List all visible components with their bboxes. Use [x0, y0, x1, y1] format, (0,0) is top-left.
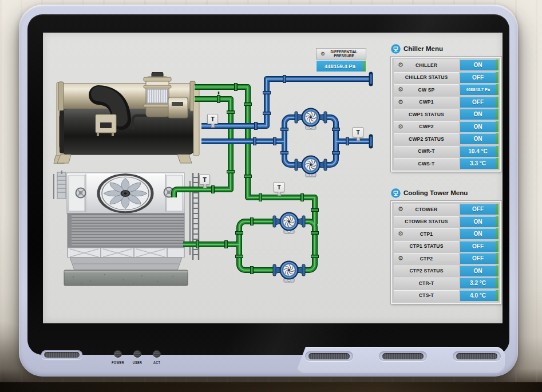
- row-value-button[interactable]: OFF: [460, 241, 499, 252]
- temperature-sensor: T: [207, 114, 218, 124]
- t-sensor-label: T: [277, 184, 281, 191]
- menu-row: ⚙CWP2ON: [394, 121, 499, 132]
- row-value-button[interactable]: ON: [460, 216, 499, 227]
- row-label: CWS-T: [418, 161, 435, 167]
- row-value-button[interactable]: 3.3 °C: [460, 158, 499, 169]
- menu-row: ⚙CHILLERON: [394, 60, 499, 70]
- differential-pressure-value-button[interactable]: 448159.4 Pa: [316, 60, 366, 72]
- menu-row: CHILLER STATUSOFF: [394, 72, 499, 83]
- row-label-cell: CWS-T: [394, 158, 459, 169]
- green-strip: [496, 84, 499, 95]
- hmi-menu-icon: [391, 188, 401, 198]
- row-label-cell: CTOWER STATUS: [394, 216, 459, 227]
- hmi-menu-icon: [391, 44, 401, 54]
- menu-row: CTP2 STATUSON: [394, 266, 499, 276]
- t-sensor-label: T: [356, 129, 360, 136]
- row-value-text: OFF: [472, 207, 486, 212]
- temperature-sensor: T: [199, 175, 210, 185]
- row-value-text: 3.2 °C: [470, 280, 489, 286]
- row-label-cell: CTP1 STATUS: [394, 241, 459, 252]
- chiller-menu: Chiller Menu ⚙CHILLERONCHILLER STATUSOFF…: [391, 42, 501, 172]
- row-value-text: OFF: [472, 244, 486, 249]
- gear-icon[interactable]: ⚙: [398, 99, 403, 105]
- row-value-button[interactable]: 3.2 °C: [460, 278, 499, 288]
- row-value-text: 3.3 °C: [470, 161, 489, 166]
- differential-pressure-label-text: DIFFERENTIAL PRESSURE: [326, 50, 362, 58]
- row-value-button[interactable]: 468843.7 Pa: [460, 84, 499, 95]
- gear-icon[interactable]: ⚙: [398, 62, 403, 68]
- row-value-button[interactable]: ON: [460, 266, 499, 276]
- chiller-menu-header: Chiller Menu: [391, 42, 501, 55]
- row-label-cell: ⚙CTP1: [394, 228, 459, 239]
- menu-row: ⚙CTP2OFF: [394, 253, 499, 264]
- gear-icon[interactable]: ⚙: [321, 52, 325, 57]
- green-strip: [496, 204, 499, 215]
- menu-title: Chiller Menu: [403, 45, 443, 52]
- menu-row: ⚙CWP1OFF: [394, 97, 499, 108]
- row-label: CWP2 STATUS: [409, 136, 444, 142]
- row-value-button[interactable]: ON: [460, 121, 499, 132]
- gear-icon[interactable]: ⚙: [398, 255, 403, 262]
- chiller-menu-panel: ⚙CHILLERONCHILLER STATUSOFF⚙CW SP468843.…: [391, 57, 501, 172]
- cooling-tower-menu-panel: ⚙CTOWEROFFCTOWER STATUSON⚙CTP1ONCTP1 STA…: [391, 201, 501, 304]
- row-value-button[interactable]: OFF: [460, 72, 499, 83]
- menu-row: CWP1 STATUSON: [394, 109, 499, 120]
- row-label: CTOWER STATUS: [405, 219, 448, 224]
- cooling-tower-menu: Cooling Tower Menu ⚙CTOWEROFFCTOWER STAT…: [391, 187, 501, 304]
- menu-row: CTP1 STATUSOFF: [394, 241, 499, 252]
- differential-pressure-value-text: 448159.4 Pa: [325, 63, 358, 69]
- row-label: CTS-T: [419, 292, 434, 298]
- gear-icon[interactable]: ⚙: [398, 86, 403, 93]
- pump-icon-cwp2: [294, 152, 328, 178]
- row-value-button[interactable]: ON: [460, 60, 499, 70]
- green-strip: [496, 97, 499, 108]
- row-value-button[interactable]: OFF: [460, 253, 499, 264]
- pump-icon-cwp1: [294, 104, 328, 130]
- menu-row: ⚙CTP1ON: [394, 228, 499, 239]
- row-value-button[interactable]: OFF: [460, 97, 499, 108]
- row-label: CWP2: [419, 124, 433, 129]
- row-label: CW SP: [418, 87, 435, 93]
- row-label-cell: CTP2 STATUS: [394, 266, 459, 276]
- row-value-button[interactable]: ON: [460, 133, 499, 144]
- row-label: CWR-T: [418, 148, 434, 154]
- row-value-text: OFF: [472, 256, 486, 261]
- menu-row: CWP2 STATUSON: [394, 133, 499, 144]
- green-strip: [496, 72, 499, 83]
- row-value-text: ON: [474, 268, 485, 274]
- green-strip: [496, 216, 499, 227]
- row-value-text: ON: [474, 62, 485, 68]
- green-strip: [496, 228, 499, 239]
- row-value-button[interactable]: OFF: [460, 204, 499, 215]
- differential-pressure-widget: ⚙ DIFFERENTIAL PRESSURE 448159.4 Pa: [316, 48, 366, 72]
- row-label-cell: CWP1 STATUS: [394, 109, 459, 120]
- green-strip: [496, 266, 499, 276]
- row-value-text: 468843.7 Pa: [463, 88, 496, 92]
- menu-row: CTR-T3.2 °C: [394, 278, 499, 288]
- green-strip: [496, 109, 499, 120]
- row-value-button[interactable]: ON: [460, 228, 499, 239]
- row-value-button[interactable]: 4.0 °C: [460, 290, 499, 301]
- row-label: CTP2: [420, 256, 433, 262]
- green-strip: [496, 253, 499, 264]
- gear-icon[interactable]: ⚙: [398, 231, 403, 237]
- row-value-button[interactable]: 10.4 °C: [460, 146, 499, 157]
- row-value-button[interactable]: ON: [460, 109, 499, 120]
- row-label: CTP1: [420, 231, 433, 237]
- t-sensor-label: T: [203, 176, 207, 183]
- menu-row: CTS-T4.0 °C: [394, 290, 499, 301]
- row-label-cell: ⚙CW SP: [394, 84, 459, 95]
- row-label-cell: CTS-T: [394, 290, 459, 301]
- row-label-cell: ⚙CWP2: [394, 121, 459, 132]
- row-label-cell: CHILLER STATUS: [394, 72, 459, 83]
- row-label-cell: CTR-T: [394, 278, 459, 288]
- menu-row: CWR-T10.4 °C: [394, 146, 499, 157]
- row-value-text: ON: [474, 112, 485, 117]
- row-label: CWP1 STATUS: [409, 112, 444, 117]
- row-label-cell: ⚙CWP1: [394, 97, 459, 108]
- row-label-cell: ⚙CTOWER: [394, 204, 459, 215]
- gear-icon[interactable]: ⚙: [398, 124, 403, 130]
- row-label: CTP2 STATUS: [409, 268, 443, 274]
- row-value-text: OFF: [472, 100, 486, 105]
- gear-icon[interactable]: ⚙: [398, 206, 403, 212]
